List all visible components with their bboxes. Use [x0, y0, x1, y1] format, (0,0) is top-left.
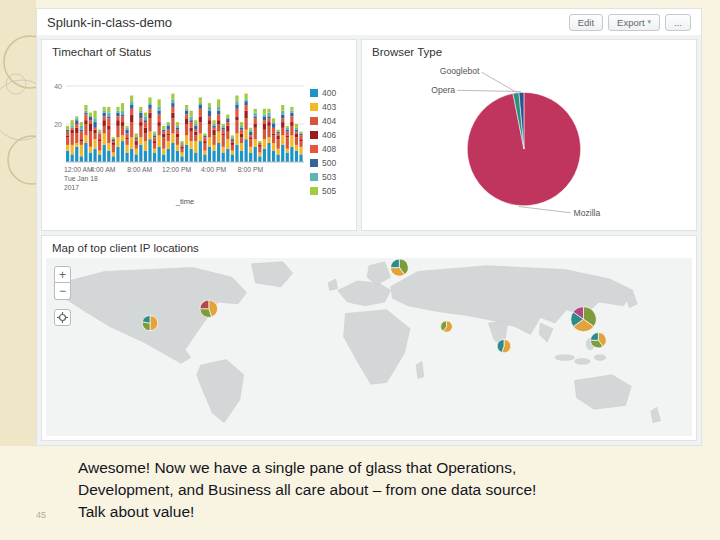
bar-segment[interactable]	[249, 132, 252, 136]
bar-segment[interactable]	[295, 124, 298, 128]
bar-segment[interactable]	[180, 145, 183, 147]
bar-segment[interactable]	[135, 134, 138, 138]
bar-segment[interactable]	[171, 103, 174, 107]
bar-segment[interactable]	[116, 113, 119, 117]
bar-segment[interactable]	[66, 132, 69, 136]
bar-segment[interactable]	[107, 107, 110, 113]
bar-segment[interactable]	[185, 118, 188, 124]
bar-segment[interactable]	[240, 126, 243, 128]
bar-segment[interactable]	[71, 154, 74, 162]
bar-segment[interactable]	[267, 137, 270, 143]
bar-segment[interactable]	[277, 132, 280, 134]
bar-segment[interactable]	[254, 124, 257, 128]
bar-segment[interactable]	[162, 149, 165, 155]
bar-segment[interactable]	[185, 105, 188, 109]
bar-segment[interactable]	[222, 128, 225, 130]
bar-segment[interactable]	[231, 135, 234, 137]
bar-segment[interactable]	[267, 122, 270, 126]
legend-item[interactable]: 403	[310, 102, 336, 112]
bar-segment[interactable]	[153, 134, 156, 136]
legend-item[interactable]: 505	[310, 186, 336, 196]
bar-segment[interactable]	[98, 139, 101, 141]
bar-segment[interactable]	[171, 107, 174, 113]
bar-segment[interactable]	[167, 149, 170, 162]
bar-segment[interactable]	[75, 124, 78, 128]
bar-segment[interactable]	[203, 135, 206, 137]
bar-segment[interactable]	[66, 126, 69, 130]
bar-segment[interactable]	[190, 111, 193, 117]
bar-segment[interactable]	[263, 130, 266, 140]
bar-segment[interactable]	[203, 134, 206, 136]
bar-segment[interactable]	[135, 139, 138, 141]
bar-segment[interactable]	[126, 126, 129, 128]
bar-segment[interactable]	[212, 130, 215, 136]
bar-segment[interactable]	[199, 122, 202, 133]
bar-segment[interactable]	[80, 126, 83, 130]
bar-segment[interactable]	[84, 124, 87, 135]
bar-segment[interactable]	[121, 141, 124, 162]
legend-item[interactable]: 400	[310, 88, 336, 98]
bar-segment[interactable]	[103, 107, 106, 111]
map-marker-east-asia[interactable]	[571, 307, 596, 332]
bar-segment[interactable]	[116, 120, 119, 126]
bar-segment[interactable]	[263, 139, 266, 149]
bar-segment[interactable]	[258, 141, 261, 143]
bar-segment[interactable]	[281, 115, 284, 119]
bar-segment[interactable]	[75, 147, 78, 162]
bar-segment[interactable]	[203, 141, 206, 143]
bar-segment[interactable]	[295, 130, 298, 132]
bar-segment[interactable]	[71, 120, 74, 126]
bar-segment[interactable]	[254, 139, 257, 147]
bar-segment[interactable]	[126, 139, 129, 145]
bar-segment[interactable]	[267, 118, 270, 122]
bar-segment[interactable]	[171, 113, 174, 119]
bar-segment[interactable]	[75, 134, 78, 144]
bar-segment[interactable]	[112, 143, 115, 145]
bar-segment[interactable]	[158, 99, 161, 107]
bar-segment[interactable]	[245, 105, 248, 111]
bar-segment[interactable]	[254, 116, 257, 118]
bar-segment[interactable]	[267, 116, 270, 118]
bar-segment[interactable]	[299, 147, 302, 155]
bar-segment[interactable]	[254, 113, 257, 117]
bar-segment[interactable]	[290, 113, 293, 117]
bar-segment[interactable]	[185, 109, 188, 111]
bar-segment[interactable]	[272, 128, 275, 134]
bar-segment[interactable]	[281, 111, 284, 115]
bar-segment[interactable]	[112, 137, 115, 139]
bar-segment[interactable]	[226, 139, 229, 149]
bar-segment[interactable]	[93, 130, 96, 134]
bar-segment[interactable]	[176, 130, 179, 134]
bar-segment[interactable]	[130, 96, 133, 102]
bar-segment[interactable]	[84, 143, 87, 162]
bar-segment[interactable]	[208, 120, 211, 124]
bar-segment[interactable]	[299, 154, 302, 162]
bar-segment[interactable]	[89, 120, 92, 124]
bar-segment[interactable]	[75, 143, 78, 147]
bar-segment[interactable]	[295, 151, 298, 162]
bar-segment[interactable]	[281, 145, 284, 162]
bar-segment[interactable]	[75, 128, 78, 134]
bar-segment[interactable]	[267, 126, 270, 137]
bar-segment[interactable]	[194, 120, 197, 124]
bar-segment[interactable]	[130, 122, 133, 137]
bar-segment[interactable]	[199, 116, 202, 122]
bar-segment[interactable]	[139, 137, 142, 145]
bar-segment[interactable]	[93, 111, 96, 119]
bar-segment[interactable]	[153, 141, 156, 143]
bar-segment[interactable]	[158, 126, 161, 135]
bar-segment[interactable]	[148, 113, 151, 119]
bar-segment[interactable]	[176, 122, 179, 126]
bar-segment[interactable]	[254, 147, 257, 162]
bar-segment[interactable]	[263, 109, 266, 115]
bar-segment[interactable]	[148, 103, 151, 105]
bar-segment[interactable]	[286, 149, 289, 153]
bar-segment[interactable]	[290, 116, 293, 122]
bar-segment[interactable]	[217, 115, 220, 121]
bar-segment[interactable]	[226, 115, 229, 119]
bar-segment[interactable]	[171, 143, 174, 162]
bar-segment[interactable]	[295, 134, 298, 138]
bar-segment[interactable]	[176, 128, 179, 130]
bar-segment[interactable]	[66, 151, 69, 162]
bar-segment[interactable]	[217, 132, 220, 143]
